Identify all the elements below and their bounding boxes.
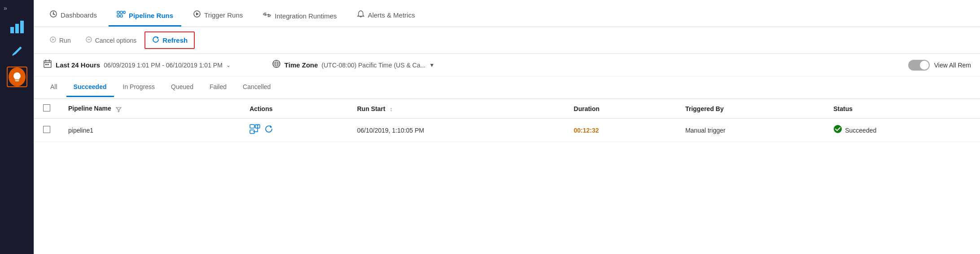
svg-rect-8: [120, 11, 122, 13]
timezone-value: (UTC-08:00) Pacific Time (US & Ca...: [322, 62, 426, 69]
tab-integration-runtimes[interactable]: Integration Runtimes: [254, 12, 345, 27]
run-icon: [49, 36, 57, 45]
toolbar: Run Cancel options Ref: [34, 27, 980, 54]
timezone-label: Time Zone: [284, 61, 318, 69]
pipeline-name-cell[interactable]: pipeline1: [59, 119, 241, 142]
triggered-by-value: Manual trigger: [685, 127, 726, 134]
status-cell: Succeeded: [824, 119, 980, 142]
status-value: Succeeded: [845, 127, 876, 134]
sidebar-item-charts[interactable]: [7, 18, 27, 39]
svg-rect-9: [123, 11, 125, 13]
filter-bar: Last 24 Hours 06/09/2019 1:01 PM - 06/10…: [34, 54, 980, 76]
view-all-toggle[interactable]: View All Rem: [908, 60, 971, 71]
actions-header: Actions: [249, 105, 272, 112]
pipeline-name-header: Pipeline Name: [68, 105, 111, 112]
date-chevron-icon: ⌄: [226, 62, 231, 68]
run-start-sort-icon[interactable]: ↕: [390, 106, 393, 112]
timezone-filter[interactable]: Time Zone (UTC-08:00) Pacific Time (US &…: [272, 59, 434, 71]
cancel-icon: [85, 36, 92, 45]
duration-header: Duration: [574, 105, 600, 112]
pipeline-runs-table: Pipeline Name Actions Run Start: [34, 99, 980, 142]
status-tab-queued-label: Queued: [171, 83, 193, 90]
svg-marker-27: [256, 125, 259, 127]
pencil-icon: [11, 45, 23, 60]
duration-cell: 00:12:32: [565, 119, 677, 142]
tab-alerts-metrics-label: Alerts & Metrics: [368, 11, 415, 19]
svg-rect-4: [15, 81, 19, 82]
pipeline-action-icon[interactable]: [249, 124, 260, 136]
svg-marker-17: [52, 39, 55, 41]
svg-rect-2: [20, 21, 24, 33]
actions-cell: [241, 119, 348, 142]
status-tab-all-label: All: [50, 83, 57, 90]
refresh-button[interactable]: Refresh: [144, 31, 195, 49]
alerts-metrics-icon: [357, 10, 365, 20]
refresh-label: Refresh: [162, 36, 188, 44]
tab-pipeline-runs-label: Pipeline Runs: [129, 12, 173, 19]
duration-column: Duration: [565, 99, 677, 119]
svg-rect-24: [250, 125, 254, 128]
status-tab-failed[interactable]: Failed: [202, 78, 234, 97]
monitor-icon: [9, 67, 26, 86]
tab-trigger-runs[interactable]: Trigger Runs: [185, 10, 251, 27]
run-start-header: Run Start: [357, 105, 385, 112]
run-start-cell: 06/10/2019, 1:10:05 PM: [348, 119, 565, 142]
pipeline-name-filter-icon[interactable]: [116, 105, 122, 112]
status-tab-queued[interactable]: Queued: [164, 78, 201, 97]
view-all-label: View All Rem: [934, 62, 971, 69]
status-check-icon: [833, 125, 842, 136]
status-tab-cancelled[interactable]: Cancelled: [236, 78, 278, 97]
sidebar-item-monitor[interactable]: [7, 67, 27, 87]
sidebar-item-edit[interactable]: [7, 42, 27, 63]
status-succeeded: Succeeded: [833, 125, 971, 136]
run-label: Run: [59, 37, 71, 44]
svg-point-6: [53, 13, 54, 15]
status-tab-in-progress[interactable]: In Progress: [116, 78, 162, 97]
trigger-runs-icon: [193, 10, 201, 20]
pipeline-runs-icon: [117, 11, 126, 20]
actions-column: Actions: [241, 99, 348, 119]
tab-pipeline-runs[interactable]: Pipeline Runs: [109, 11, 181, 27]
rerun-action-icon[interactable]: [264, 124, 274, 136]
status-tab-all[interactable]: All: [43, 78, 65, 97]
status-tab-succeeded-label: Succeeded: [74, 83, 107, 90]
table-container: Pipeline Name Actions Run Start: [34, 99, 980, 142]
date-label: Last 24 Hours: [56, 61, 100, 69]
run-button[interactable]: Run: [43, 33, 77, 48]
status-tab-succeeded[interactable]: Succeeded: [66, 78, 114, 97]
main-content: Dashboards Pipeline Runs: [34, 0, 980, 254]
status-tab-in-progress-label: In Progress: [123, 83, 155, 90]
svg-rect-22: [48, 64, 49, 65]
triggered-by-header: Triggered By: [685, 105, 724, 112]
cancel-options-label: Cancel options: [95, 37, 137, 44]
pipeline-name-column: Pipeline Name: [59, 99, 241, 119]
row-checkbox-cell[interactable]: [34, 119, 59, 142]
tab-dashboards[interactable]: Dashboards: [41, 10, 105, 27]
nav-tabs: Dashboards Pipeline Runs: [34, 0, 980, 27]
action-icons: [249, 124, 339, 136]
date-range: 06/09/2019 1:01 PM - 06/10/2019 1:01 PM: [104, 62, 223, 69]
svg-rect-3: [15, 80, 19, 80]
refresh-icon: [152, 36, 160, 45]
sidebar-chevron[interactable]: »: [0, 4, 7, 12]
select-all-column[interactable]: [34, 99, 59, 119]
status-tabs: All Succeeded In Progress Queued Failed …: [34, 76, 980, 99]
cancel-options-button[interactable]: Cancel options: [79, 33, 143, 48]
tab-dashboards-label: Dashboards: [61, 11, 97, 19]
duration-value: 00:12:32: [574, 127, 599, 134]
run-start-column[interactable]: Run Start ↕: [348, 99, 565, 119]
svg-rect-10: [117, 15, 119, 17]
svg-marker-13: [196, 13, 199, 16]
status-header: Status: [833, 105, 853, 112]
table-row: pipeline1: [34, 119, 980, 142]
status-tab-failed-label: Failed: [210, 83, 227, 90]
select-all-checkbox[interactable]: [43, 104, 50, 111]
row-checkbox[interactable]: [43, 126, 50, 133]
dashboards-icon: [49, 10, 57, 20]
toggle-switch[interactable]: [908, 60, 930, 71]
date-filter[interactable]: Last 24 Hours 06/09/2019 1:01 PM - 06/10…: [43, 59, 231, 71]
integration-runtimes-icon: [262, 12, 271, 20]
tab-alerts-metrics[interactable]: Alerts & Metrics: [349, 10, 423, 27]
status-column: Status: [824, 99, 980, 119]
svg-rect-11: [120, 15, 122, 17]
